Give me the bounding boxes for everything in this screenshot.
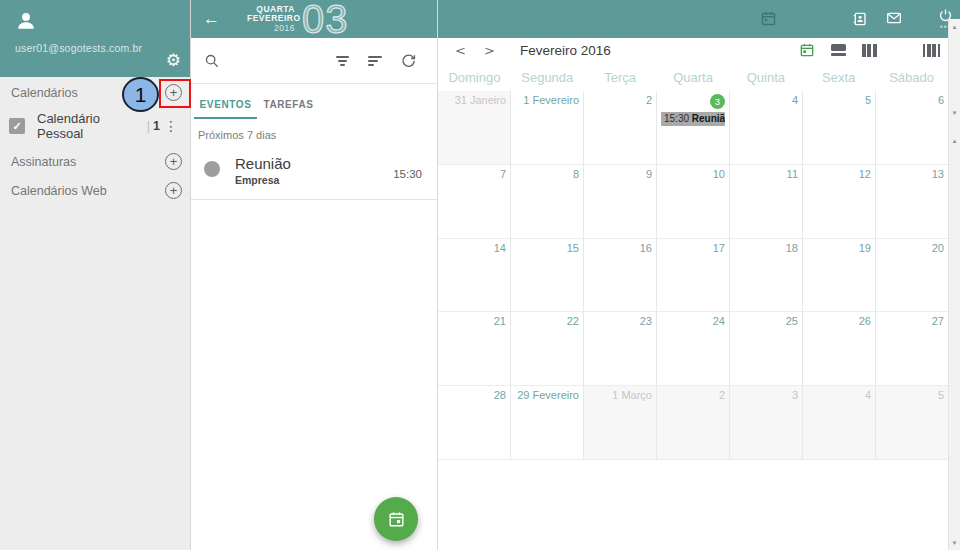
calendar-day-cell[interactable]: 8 [511, 165, 584, 238]
calendar-day-cell[interactable]: 315:30 Reunião [657, 91, 730, 164]
week-view-icon[interactable] [862, 41, 877, 59]
day-number-label: 20 [932, 242, 944, 254]
day-number-label: 21 [494, 315, 506, 327]
calendar-day-cell[interactable]: 11 [730, 165, 803, 238]
calendar-plus-icon [387, 510, 406, 529]
weekday-label: Domingo [438, 63, 511, 91]
calendar-day-cell[interactable]: 13 [876, 165, 948, 238]
calendar-options-icon[interactable]: ⋮ [160, 118, 182, 134]
next-month-icon[interactable]: > [484, 43, 513, 58]
event-list-item[interactable]: ReuniãoEmpresa15:30 [191, 143, 437, 200]
weekday-label: Sexta [802, 63, 875, 91]
filter-icon[interactable] [336, 56, 349, 66]
day-number-label: 23 [640, 315, 652, 327]
calendar-panel: ●●● < > Fevereiro 2016 [438, 0, 960, 550]
scroll-down-icon[interactable]: ▼ [949, 540, 960, 546]
calendar-day-cell[interactable]: 25 [730, 312, 803, 385]
create-event-button[interactable] [374, 497, 418, 541]
day-number-label: 2 [646, 94, 652, 106]
contacts-module-icon[interactable] [852, 10, 868, 28]
scroll-down-icon[interactable]: ▼ [949, 110, 960, 116]
gear-icon[interactable]: ⚙ [166, 52, 181, 69]
calendar-event-chip[interactable]: 15:30 Reunião [661, 112, 725, 126]
calendar-day-cell[interactable]: 16 [584, 239, 657, 312]
calendar-day-cell[interactable]: 19 [803, 239, 876, 312]
calendar-day-cell[interactable]: 29 Fevereiro [511, 386, 584, 459]
calendar-checkbox[interactable]: ✓ [9, 118, 25, 134]
calendar-day-cell[interactable]: 14 [438, 239, 511, 312]
calendar-day-cell[interactable]: 20 [876, 239, 948, 312]
today-badge: 3 [710, 94, 725, 109]
day-number-label: 1 Fevereiro [523, 94, 579, 106]
calendar-day-cell[interactable]: 28 [438, 386, 511, 459]
tab-tarefas[interactable]: TAREFAS [257, 93, 320, 119]
calendar-day-cell[interactable]: 1 Fevereiro [511, 91, 584, 164]
calendar-day-cell[interactable]: 1 Março [584, 386, 657, 459]
calendar-day-cell[interactable]: 7 [438, 165, 511, 238]
calendar-day-cell[interactable]: 12 [803, 165, 876, 238]
event-color-dot [204, 161, 220, 177]
search-icon[interactable] [204, 53, 220, 69]
calendar-day-cell[interactable]: 21 [438, 312, 511, 385]
calendar-day-cell[interactable]: 4 [730, 91, 803, 164]
calendar-day-cell[interactable]: 18 [730, 239, 803, 312]
calendar-day-cell[interactable]: 22 [511, 312, 584, 385]
calendar-day-cell[interactable]: 17 [657, 239, 730, 312]
calendar-day-cell[interactable]: 9 [584, 165, 657, 238]
scrollbar[interactable]: ▲ ▼ ▲ ▼ [948, 19, 960, 550]
month-grid: 31 Janeiro1 Fevereiro2315:30 Reunião4567… [438, 91, 948, 460]
calendar-day-cell[interactable]: 15 [511, 239, 584, 312]
calendar-week-row: 14151617181920 [438, 238, 948, 312]
calendar-list-item[interactable]: ✓ Calendário Pessoal | 1 ⋮ [0, 108, 190, 143]
sort-icon[interactable] [368, 56, 382, 66]
calendar-day-cell[interactable]: 5 [876, 386, 948, 459]
range-label: Próximos 7 dias [191, 119, 437, 143]
annotation-step-badge: 1 [122, 77, 159, 112]
chip-event-title: Reunião [692, 113, 725, 124]
calendar-day-cell[interactable]: 2 [657, 386, 730, 459]
tab-eventos[interactable]: EVENTOS [194, 93, 257, 119]
date-stack: QUARTA FEVEREIRO 2016 [247, 5, 295, 34]
day-number-label: 18 [786, 242, 798, 254]
calendar-day-cell[interactable]: 27 [876, 312, 948, 385]
refresh-icon[interactable] [401, 53, 416, 68]
day-number-label: 8 [573, 168, 579, 180]
day-number-label: 9 [646, 168, 652, 180]
day-view-icon[interactable] [831, 41, 846, 59]
scroll-up-icon[interactable]: ▲ [949, 138, 960, 144]
date-header: ← QUARTA FEVEREIRO 2016 03 [191, 0, 437, 38]
mail-module-icon[interactable] [885, 10, 903, 26]
day-number: 03 [302, 2, 349, 36]
calendar-day-cell[interactable]: 23 [584, 312, 657, 385]
calendar-day-cell[interactable]: 10 [657, 165, 730, 238]
event-list: ReuniãoEmpresa15:30 [191, 143, 437, 200]
calendar-module-icon[interactable] [760, 10, 777, 27]
prev-month-icon[interactable]: < [455, 43, 484, 58]
calendars-section: Calendários + [0, 77, 190, 108]
calendar-day-cell[interactable]: 6 [876, 91, 948, 164]
today-icon[interactable] [799, 41, 815, 59]
plus-icon: + [170, 86, 178, 99]
scroll-up-icon[interactable]: ▲ [949, 24, 960, 30]
module-header: ●●● [438, 0, 960, 38]
back-arrow-icon[interactable]: ← [203, 9, 229, 29]
calendar-day-cell[interactable]: 31 Janeiro [438, 91, 511, 164]
event-time: 15:30 [393, 168, 422, 180]
calendar-day-cell[interactable]: 2 [584, 91, 657, 164]
calendar-day-cell[interactable]: 26 [803, 312, 876, 385]
day-number-label: 5 [938, 389, 944, 401]
add-calendar-button[interactable]: + [165, 84, 182, 101]
add-web-calendar-button[interactable]: + [165, 182, 182, 199]
multicolumn-view-icon[interactable] [923, 41, 941, 59]
calendar-day-cell[interactable]: 4 [803, 386, 876, 459]
add-subscription-button[interactable]: + [165, 153, 182, 170]
calendar-day-cell[interactable]: 3 [730, 386, 803, 459]
calendar-day-cell[interactable]: 5 [803, 91, 876, 164]
calendar-day-cell[interactable]: 24 [657, 312, 730, 385]
day-number-label: 10 [713, 168, 725, 180]
day-number-label: 16 [640, 242, 652, 254]
user-panel: user01@sogotests.com.br ⚙ [0, 0, 190, 77]
calendar-week-row: 21222324252627 [438, 311, 948, 385]
month-view-icon[interactable] [893, 41, 907, 59]
day-number-label: 27 [932, 315, 944, 327]
